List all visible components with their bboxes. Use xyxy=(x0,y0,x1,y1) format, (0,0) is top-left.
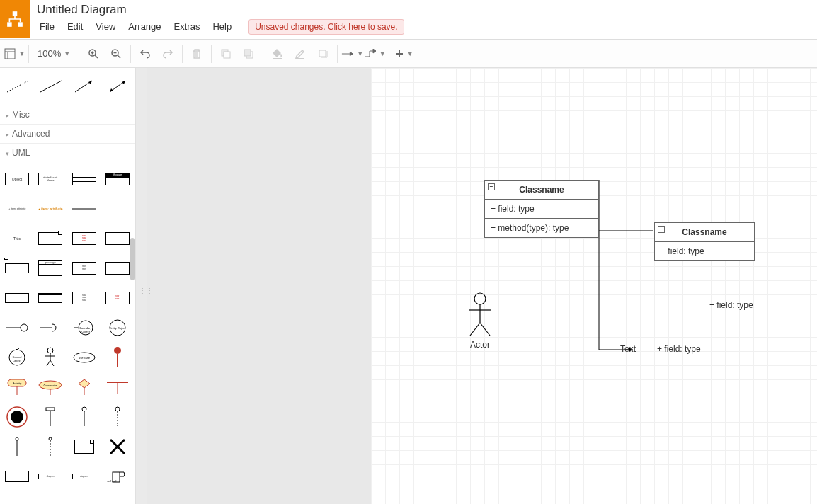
palette-shape[interactable]: texttext xyxy=(70,256,98,281)
palette-shape[interactable]: diagram xyxy=(70,464,98,489)
palette-shape[interactable] xyxy=(3,315,31,340)
toolbar: ▼ 100%▼ ▼ ▼ ▼ xyxy=(0,40,817,68)
connection-button[interactable]: ▼ xyxy=(341,42,363,65)
svg-rect-7 xyxy=(224,52,230,58)
palette-shape[interactable] xyxy=(103,434,132,459)
svg-point-26 xyxy=(47,348,53,353)
sidebar-scrollbar[interactable] xyxy=(130,238,135,280)
category-advanced[interactable]: Advanced xyxy=(0,124,135,143)
uml-palette: Object «interface»Name Module + item: at… xyxy=(0,162,135,504)
category-misc[interactable]: Misc xyxy=(0,105,135,124)
palette-shape[interactable]: diagram xyxy=(36,464,64,489)
palette-actor[interactable] xyxy=(36,345,64,370)
delete-button[interactable] xyxy=(185,42,208,65)
palette-shape[interactable]: Module xyxy=(103,166,132,192)
palette-shape[interactable]: BoundaryObject xyxy=(70,315,98,340)
palette-shape[interactable]: Title xyxy=(3,226,31,251)
outline-panel-collapsed[interactable]: ⋮⋮ xyxy=(136,68,147,504)
palette-shape[interactable] xyxy=(36,226,64,251)
palette-shape[interactable] xyxy=(36,285,64,311)
svg-rect-10 xyxy=(319,50,326,57)
palette-shape[interactable]: ControlObject xyxy=(3,345,31,370)
waypoints-button[interactable]: ▼ xyxy=(363,42,386,65)
palette-shape[interactable]: Entity Object xyxy=(103,315,132,340)
palette-shape[interactable] xyxy=(103,345,132,370)
svg-rect-1 xyxy=(7,22,12,27)
undo-button[interactable] xyxy=(134,42,156,65)
save-banner[interactable]: Unsaved changes. Click here to save. xyxy=(248,19,404,35)
shadow-button[interactable] xyxy=(312,42,334,65)
palette-shape[interactable] xyxy=(3,434,31,459)
palette-shape[interactable] xyxy=(103,404,132,430)
menu-help[interactable]: Help xyxy=(207,18,237,35)
shape-double-arrow[interactable] xyxy=(103,74,131,99)
app-logo[interactable] xyxy=(0,0,30,38)
palette-shape[interactable] xyxy=(36,315,64,340)
palette-shape[interactable]: rowrowrow xyxy=(70,285,98,311)
connector[interactable] xyxy=(598,224,661,238)
redo-button[interactable] xyxy=(156,42,179,65)
menu-view[interactable]: View xyxy=(90,18,121,35)
class-field[interactable]: + field: type xyxy=(485,200,598,219)
palette-shape[interactable] xyxy=(36,434,64,459)
shape-dashed-line[interactable] xyxy=(4,74,32,99)
collapse-toggle-icon[interactable]: − xyxy=(658,226,665,233)
view-dropdown-button[interactable]: ▼ xyxy=(3,42,25,65)
fill-color-button[interactable] xyxy=(266,42,289,65)
menu-extras[interactable]: Extras xyxy=(168,18,206,35)
palette-shape[interactable]: Composite xyxy=(36,374,64,400)
svg-point-54 xyxy=(474,293,486,304)
palette-shape[interactable] xyxy=(103,196,132,222)
palette-shape[interactable] xyxy=(70,404,98,430)
floating-field-1[interactable]: + field: type xyxy=(709,300,753,310)
svg-text:Composite: Composite xyxy=(44,384,58,387)
diagram-canvas[interactable]: − Classname + field: type + method(type)… xyxy=(371,68,817,504)
palette-shape[interactable] xyxy=(70,196,98,222)
palette-shape[interactable] xyxy=(103,374,132,400)
panel-handle-icon: ⋮⋮ xyxy=(139,287,143,301)
zoom-level[interactable]: 100%▼ xyxy=(32,42,76,65)
collapse-toggle-icon[interactable]: − xyxy=(488,183,495,190)
palette-shape[interactable] xyxy=(3,464,31,489)
uml-actor[interactable]: Actor xyxy=(459,292,501,350)
document-title[interactable]: Untitled Diagram xyxy=(30,0,817,17)
palette-shape[interactable]: Object xyxy=(3,166,31,192)
palette-shape[interactable]: + item: attribute xyxy=(3,196,31,222)
floating-field-2[interactable]: + field: type xyxy=(657,344,701,354)
connector[interactable] xyxy=(598,178,668,355)
uml-class-1[interactable]: − Classname + field: type + method(type)… xyxy=(484,180,599,238)
menu-file[interactable]: File xyxy=(34,18,60,35)
menu-arrange[interactable]: Arrange xyxy=(122,18,166,35)
to-back-button[interactable] xyxy=(237,42,260,65)
palette-shape[interactable] xyxy=(3,285,31,311)
insert-button[interactable]: ▼ xyxy=(392,42,415,65)
palette-shape[interactable]: Activity xyxy=(3,374,31,400)
shape-line[interactable] xyxy=(38,74,65,99)
class-method[interactable]: + method(type): type xyxy=(485,219,598,237)
palette-shape[interactable]: rowrow xyxy=(103,285,132,311)
palette-shape[interactable]: package xyxy=(36,256,64,281)
palette-shape[interactable] xyxy=(70,166,98,192)
palette-shape[interactable]: ● item: attribute xyxy=(36,196,64,222)
class-field[interactable]: + field: type xyxy=(655,242,754,260)
palette-shape[interactable] xyxy=(3,256,31,281)
palette-shape[interactable]: rowrowrow xyxy=(70,226,98,251)
menu-edit[interactable]: Edit xyxy=(62,18,88,35)
palette-shape[interactable] xyxy=(70,434,98,459)
zoom-out-button[interactable] xyxy=(105,42,127,65)
palette-shape[interactable] xyxy=(36,404,64,430)
palette-shape[interactable] xyxy=(103,256,132,281)
zoom-in-button[interactable] xyxy=(82,42,105,65)
edge-label[interactable]: Text xyxy=(620,344,636,354)
line-color-button[interactable] xyxy=(289,42,312,65)
palette-shape[interactable] xyxy=(103,226,132,251)
palette-shape[interactable] xyxy=(70,374,98,400)
shape-arrow-line[interactable] xyxy=(71,74,98,99)
to-front-button[interactable] xyxy=(215,42,237,65)
palette-shape[interactable]: «interface»Name xyxy=(36,166,64,192)
palette-shape[interactable]: self call xyxy=(103,464,132,489)
palette-shape[interactable] xyxy=(3,404,31,430)
palette-shape[interactable]: use case xyxy=(70,345,98,370)
uml-class-2[interactable]: − Classname + field: type xyxy=(654,222,755,261)
category-uml[interactable]: UML xyxy=(0,143,135,162)
